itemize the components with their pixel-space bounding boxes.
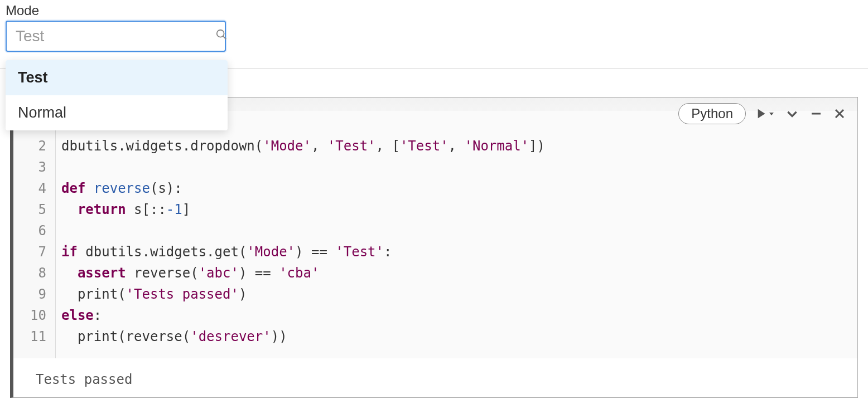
play-icon[interactable] — [756, 108, 775, 120]
svg-point-0 — [217, 30, 224, 37]
line-number: 6 — [13, 220, 46, 241]
chevron-down-icon[interactable] — [785, 106, 799, 121]
line-number: 10 — [13, 305, 46, 326]
mode-dropdown-list: Test Normal — [6, 60, 228, 130]
mode-dropdown-input[interactable] — [16, 27, 215, 45]
svg-marker-2 — [758, 109, 765, 119]
close-icon[interactable] — [833, 107, 846, 120]
cell-toolbar: Python — [678, 103, 846, 124]
widget-label: Mode — [6, 3, 862, 18]
search-icon — [215, 28, 228, 44]
line-number: 8 — [13, 262, 46, 284]
notebook-cell: Python 2 3 4 5 6 7 8 9 10 11 dbutils.wid… — [10, 97, 858, 398]
widget-panel: Mode — [0, 0, 868, 52]
dropdown-option-test[interactable]: Test — [6, 60, 228, 95]
line-number: 9 — [13, 284, 46, 305]
language-selector[interactable]: Python — [678, 103, 746, 124]
code-editor[interactable]: dbutils.widgets.dropdown('Mode', 'Test',… — [55, 111, 857, 358]
line-number: 2 — [13, 135, 46, 157]
mode-dropdown[interactable] — [6, 21, 226, 52]
code-area: 2 3 4 5 6 7 8 9 10 11 dbutils.widgets.dr… — [13, 98, 857, 358]
line-number: 11 — [13, 326, 46, 347]
line-number: 4 — [13, 178, 46, 199]
dropdown-option-normal[interactable]: Normal — [6, 95, 228, 130]
line-number: 5 — [13, 199, 46, 220]
svg-line-1 — [223, 36, 226, 40]
minus-icon[interactable] — [809, 107, 823, 120]
line-gutter: 2 3 4 5 6 7 8 9 10 11 — [13, 111, 55, 358]
line-number: 7 — [13, 241, 46, 262]
line-number: 3 — [13, 157, 46, 178]
cell-output: Tests passed — [13, 358, 857, 397]
svg-marker-3 — [769, 113, 774, 115]
